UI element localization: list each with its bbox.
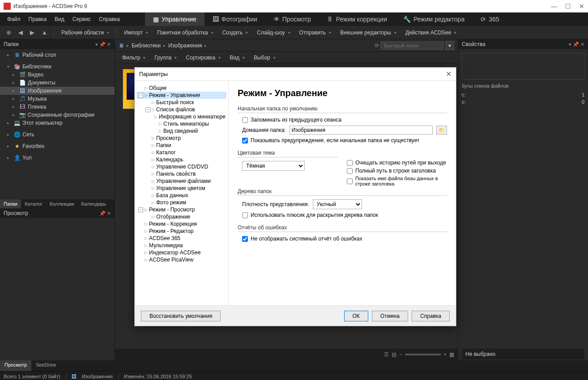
options-tree-item[interactable]: ▷Управление файлами bbox=[136, 177, 226, 185]
mode-photos[interactable]: 🖼Фотографии bbox=[205, 13, 265, 26]
dialog-close-button[interactable]: ✕ bbox=[446, 70, 452, 78]
maximize-button[interactable]: ☐ bbox=[565, 3, 571, 10]
options-tree-item[interactable]: ▷Календарь bbox=[136, 156, 226, 163]
actions-dropdown[interactable]: Действия ACDSee bbox=[402, 28, 460, 37]
options-tree-item[interactable]: ▷Каталог bbox=[136, 149, 226, 156]
options-tree-item[interactable]: −▷Режим - Управление bbox=[136, 92, 226, 99]
folder-icon[interactable]: 🖥 bbox=[119, 42, 124, 49]
tab-collections[interactable]: Коллекции bbox=[46, 199, 78, 208]
folder-tree[interactable]: ▸🖥Рабочий стол▾📚Библиотеки▸🎬Видео▸📄Докум… bbox=[0, 49, 115, 199]
mode-develop[interactable]: 🎚Режим коррекции bbox=[319, 13, 395, 26]
mode-view[interactable]: 👁Просмотр bbox=[265, 13, 319, 26]
mode-edit[interactable]: 🔧Режим редактора bbox=[395, 13, 473, 26]
property-tabs[interactable] bbox=[462, 53, 584, 80]
options-tree-item[interactable]: ▷Мультимедиа bbox=[136, 242, 226, 249]
pin-icon[interactable]: ▾ 📌 ✕ bbox=[95, 42, 111, 47]
tab-preview[interactable]: Просмотр bbox=[0, 360, 31, 371]
cb-show-db-name[interactable] bbox=[347, 178, 353, 184]
filter-dropdown[interactable]: Фильтр bbox=[119, 53, 149, 62]
view-thumb-icon[interactable]: ▦ bbox=[449, 351, 454, 358]
folder-tree-item[interactable]: ▸🎬Видео bbox=[0, 71, 115, 79]
menu-view[interactable]: Вид bbox=[51, 15, 68, 24]
options-tree-item[interactable]: ▷Режим - Редактор bbox=[136, 228, 226, 235]
view-dropdown[interactable]: Вид bbox=[226, 53, 248, 62]
options-tree-item[interactable]: ▷Вид сведений bbox=[136, 127, 226, 135]
search-dropdown-icon[interactable]: ▾ bbox=[445, 41, 454, 50]
cb-use-plus[interactable] bbox=[242, 212, 248, 218]
folder-tree-item[interactable]: ▾📚Библиотеки bbox=[0, 63, 115, 71]
minimize-button[interactable]: — bbox=[551, 3, 557, 10]
menu-file[interactable]: Файл bbox=[4, 15, 24, 24]
options-tree-item[interactable]: ▷Стиль миниатюры bbox=[136, 120, 226, 127]
browse-button[interactable]: 📁 bbox=[436, 126, 447, 135]
menu-help[interactable]: Справка bbox=[95, 15, 124, 24]
refresh-icon[interactable]: ⟳ bbox=[375, 42, 379, 49]
input-home-folder[interactable] bbox=[290, 126, 433, 135]
options-tree-item[interactable]: ▷Отображение bbox=[136, 213, 226, 220]
options-tree-item[interactable]: ▷Общие bbox=[136, 84, 226, 92]
send-dropdown[interactable]: Отправить bbox=[296, 28, 335, 37]
options-tree-item[interactable]: ▷Режим - Коррекция bbox=[136, 220, 226, 228]
help-button[interactable]: Справка bbox=[412, 311, 450, 321]
menu-tools[interactable]: Сервис bbox=[69, 15, 94, 24]
options-tree-item[interactable]: ▷ACDSee 365 bbox=[136, 235, 226, 242]
options-tree-item[interactable]: ▷Индексатор ACDSee bbox=[136, 249, 226, 256]
options-tree-item[interactable]: ▷Папки bbox=[136, 142, 226, 149]
restore-defaults-button[interactable]: Восстановить умолчания bbox=[141, 311, 221, 321]
nav-home-icon[interactable]: ⊕ bbox=[4, 28, 14, 37]
options-tree-item[interactable]: ▷Управление CD/DVD bbox=[136, 163, 226, 170]
select-dropdown[interactable]: Выбор bbox=[250, 53, 279, 62]
options-tree[interactable]: ▷Общие−▷Режим - Управление▷Быстрый поиск… bbox=[135, 81, 229, 305]
batch-dropdown[interactable]: Пакетная обработка bbox=[153, 28, 217, 37]
select-density[interactable]: Уютный bbox=[313, 199, 362, 209]
cb-full-path[interactable] bbox=[347, 168, 353, 174]
slideshow-dropdown[interactable]: Слайд-шоу bbox=[253, 28, 294, 37]
folder-tree-item[interactable]: ▸👤Yuri bbox=[0, 154, 115, 162]
pin-icon[interactable]: ▾ 📌 ✕ bbox=[569, 42, 584, 47]
cb-suppress-errors[interactable] bbox=[242, 236, 248, 242]
quick-search-input[interactable] bbox=[381, 42, 443, 50]
options-tree-item[interactable]: ▷Быстрый поиск bbox=[136, 99, 226, 106]
ok-button[interactable]: ОК bbox=[344, 311, 368, 321]
nav-forward-icon[interactable]: ▶ bbox=[27, 28, 37, 37]
options-tree-item[interactable]: ▷Панель свойств bbox=[136, 170, 226, 177]
tab-seedrive[interactable]: SeeDrive bbox=[31, 360, 60, 371]
close-button[interactable]: ✕ bbox=[579, 3, 584, 10]
tab-calendar[interactable]: Календарь bbox=[78, 199, 110, 208]
group-dropdown[interactable]: Группа bbox=[151, 53, 180, 62]
pin-icon[interactable]: 📌 ✕ bbox=[99, 211, 111, 216]
mode-365[interactable]: ⟳365 bbox=[473, 13, 507, 26]
zoom-slider[interactable] bbox=[405, 354, 441, 355]
options-tree-item[interactable]: −▷Список файлов bbox=[136, 106, 226, 113]
select-theme[interactable]: Тёмная bbox=[242, 161, 305, 171]
view-list-icon[interactable]: ☰ bbox=[384, 351, 389, 358]
cb-clear-history[interactable] bbox=[347, 160, 353, 166]
editors-dropdown[interactable]: Внешние редакторы bbox=[337, 28, 400, 37]
folder-tree-item[interactable]: ▸★Favorites bbox=[0, 142, 115, 150]
nav-back-icon[interactable]: ◀ bbox=[16, 28, 26, 37]
folder-tree-item[interactable]: ▸🌐Сеть bbox=[0, 131, 115, 139]
options-tree-item[interactable]: ▷Информация о миниатюре bbox=[136, 113, 226, 120]
folder-tree-item[interactable]: ▸🖼Изображения bbox=[0, 87, 115, 95]
tab-catalog[interactable]: Каталог bbox=[21, 199, 46, 208]
folder-tree-item[interactable]: ▸💻Этот компьютер bbox=[0, 119, 115, 127]
sort-dropdown[interactable]: Сортировка bbox=[182, 53, 224, 62]
cb-show-warning[interactable] bbox=[242, 138, 248, 144]
options-tree-item[interactable]: ▷ACDSee PicaView bbox=[136, 256, 226, 263]
bc-libraries[interactable]: Библиотеки bbox=[132, 42, 161, 49]
folder-tree-item[interactable]: ▸🎵Музыка bbox=[0, 95, 115, 103]
workspaces-dropdown[interactable]: Рабочие области bbox=[58, 28, 113, 37]
zoom-in-icon[interactable]: + bbox=[443, 351, 447, 358]
cb-remember-session[interactable] bbox=[242, 117, 248, 123]
create-dropdown[interactable]: Создать bbox=[219, 28, 252, 37]
cancel-button[interactable]: Отмена bbox=[372, 311, 408, 321]
import-dropdown[interactable]: Импорт bbox=[120, 28, 152, 37]
zoom-out-icon[interactable]: − bbox=[399, 351, 402, 358]
folder-tree-item[interactable]: ▸📷Сохраненные фотографии bbox=[0, 111, 115, 119]
menu-edit[interactable]: Правка bbox=[25, 15, 51, 24]
options-tree-item[interactable]: −▷Режим - Просмотр bbox=[136, 206, 226, 213]
options-tree-item[interactable]: ▷Фото режим bbox=[136, 199, 226, 206]
view-details-icon[interactable]: ▤ bbox=[392, 351, 396, 358]
tab-folders[interactable]: Папки bbox=[0, 199, 21, 208]
bc-images[interactable]: Изображения bbox=[168, 42, 202, 49]
